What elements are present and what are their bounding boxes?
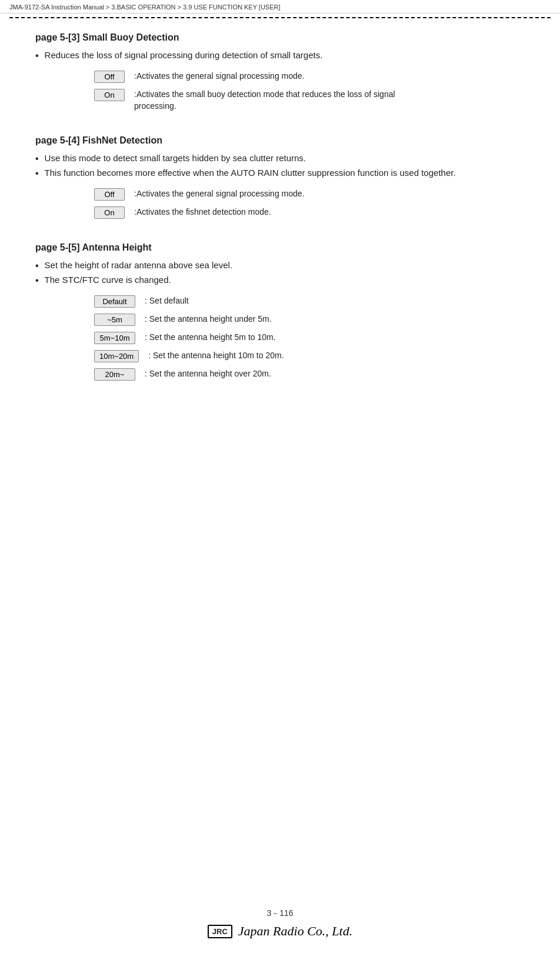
off-button-fishnet[interactable]: Off [94, 188, 125, 201]
list-item-text: The STC/FTC curve is changed. [45, 275, 171, 285]
default-desc: : Set default [145, 295, 189, 307]
list-item: The STC/FTC curve is changed. [35, 275, 525, 286]
10m-20m-button[interactable]: 10m~20m [94, 350, 139, 362]
bullet-list-small-buoy: Reduces the loss of signal processing du… [35, 50, 525, 61]
on-button-small-buoy[interactable]: On [94, 89, 125, 101]
button-table-antenna: Default : Set default ~5m : Set the ante… [94, 295, 525, 381]
section-title-antenna: page 5-[5] Antenna Height [35, 242, 525, 253]
bullet-list-fishnet: Use this mode to detect small targets hi… [35, 153, 525, 179]
main-content: page 5-[3] Small Buoy Detection Reduces … [0, 18, 560, 428]
button-row: Off :Activates the general signal proces… [94, 188, 525, 201]
list-item-text: This function becomes more effective whe… [45, 168, 456, 178]
on-button-fishnet[interactable]: On [94, 206, 125, 219]
off-desc-fishnet: :Activates the general signal processing… [134, 188, 305, 200]
section-fishnet: page 5-[4] FishNet Detection Use this mo… [35, 135, 525, 219]
button-row: 5m~10m : Set the antenna height 5m to 10… [94, 332, 525, 344]
list-item-text: Set the height of radar antenna above se… [45, 260, 232, 270]
page-number: 3－116 [266, 908, 293, 919]
list-item: This function becomes more effective whe… [35, 168, 525, 179]
button-row: 10m~20m : Set the antenna height 10m to … [94, 350, 525, 362]
5m-10m-button[interactable]: 5m~10m [94, 332, 135, 344]
20m-button[interactable]: 20m~ [94, 368, 135, 381]
button-row: Default : Set default [94, 295, 525, 308]
list-item-text: Reduces the loss of signal processing du… [45, 50, 323, 60]
tilde5m-desc: : Set the antenna height under 5m. [145, 314, 272, 325]
button-table-fishnet: Off :Activates the general signal proces… [94, 188, 525, 219]
section-title-fishnet: page 5-[4] FishNet Detection [35, 135, 525, 146]
section-antenna-height: page 5-[5] Antenna Height Set the height… [35, 242, 525, 381]
bullet-list-antenna: Set the height of radar antenna above se… [35, 260, 525, 286]
on-desc-fishnet: :Activates the fishnet detection mode. [134, 206, 271, 218]
footer: 3－116 JRC Japan Radio Co., Ltd. [0, 908, 560, 939]
tilde5m-button[interactable]: ~5m [94, 314, 135, 326]
on-desc-small-buoy: :Activates the small buoy detection mode… [134, 89, 416, 112]
10m-20m-desc: : Set the antenna height 10m to 20m. [148, 350, 284, 362]
button-table-small-buoy: Off :Activates the general signal proces… [94, 71, 525, 112]
button-row: 20m~ : Set the antenna height over 20m. [94, 368, 525, 381]
off-button-small-buoy[interactable]: Off [94, 71, 125, 83]
jrc-label: JRC [208, 925, 232, 938]
off-desc-small-buoy: :Activates the general signal processing… [134, 71, 305, 82]
5m-10m-desc: : Set the antenna height 5m to 10m. [145, 332, 276, 344]
breadcrumb: JMA-9172-SA Instruction Manual > 3.BASIC… [0, 0, 560, 14]
list-item-text: Use this mode to detect small targets hi… [45, 153, 306, 163]
default-button[interactable]: Default [94, 295, 135, 308]
list-item: Use this mode to detect small targets hi… [35, 153, 525, 164]
button-row: ~5m : Set the antenna height under 5m. [94, 314, 525, 326]
button-row: On :Activates the small buoy detection m… [94, 89, 525, 112]
section-small-buoy: page 5-[3] Small Buoy Detection Reduces … [35, 32, 525, 112]
footer-logo: JRC Japan Radio Co., Ltd. [208, 924, 352, 939]
button-row: On :Activates the fishnet detection mode… [94, 206, 525, 219]
company-name: Japan Radio Co., Ltd. [238, 924, 352, 939]
section-title-small-buoy: page 5-[3] Small Buoy Detection [35, 32, 525, 43]
list-item: Reduces the loss of signal processing du… [35, 50, 525, 61]
20m-desc: : Set the antenna height over 20m. [145, 368, 271, 380]
button-row: Off :Activates the general signal proces… [94, 71, 525, 83]
list-item: Set the height of radar antenna above se… [35, 260, 525, 271]
